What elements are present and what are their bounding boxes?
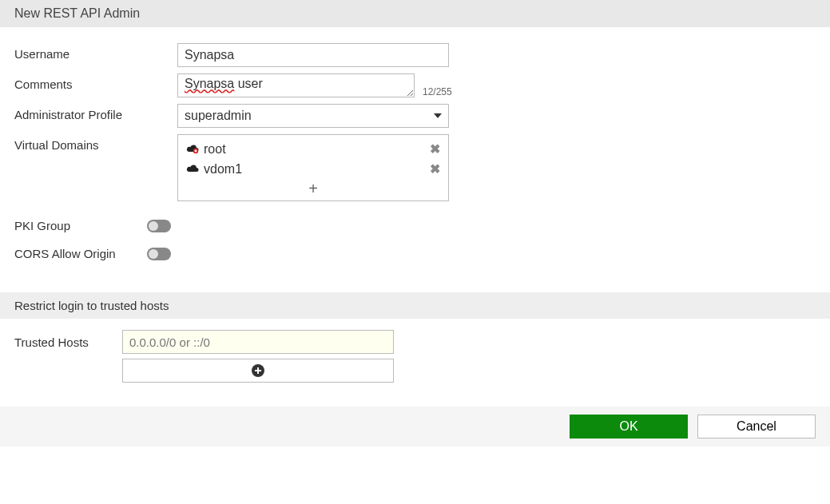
vdom-item-label: root: [204, 142, 430, 157]
admin-profile-label: Administrator Profile: [14, 104, 177, 121]
comments-label: Comments: [14, 73, 177, 91]
vdom-row: Virtual Domains root ✖ vdom1 ✖ +: [14, 134, 816, 201]
footer: OK Cancel: [0, 407, 830, 446]
comments-row: Comments Synapsa user 12/255: [14, 73, 816, 97]
vdom-item-label: vdom1: [204, 162, 430, 177]
vdom-item: root ✖: [178, 139, 448, 159]
admin-profile-select[interactable]: superadmin: [177, 104, 449, 128]
comments-char-count: 12/255: [423, 86, 452, 97]
vdom-list: root ✖ vdom1 ✖ +: [177, 134, 449, 201]
trusted-section: Trusted Hosts: [0, 319, 830, 407]
vdom-remove-button[interactable]: ✖: [430, 161, 440, 177]
vdom-label: Virtual Domains: [14, 134, 177, 152]
cancel-button[interactable]: Cancel: [697, 415, 816, 439]
username-input[interactable]: [177, 43, 449, 67]
plus-circle-icon: [252, 364, 264, 377]
vdom-remove-button[interactable]: ✖: [430, 141, 440, 157]
vdom-item: vdom1 ✖: [178, 159, 448, 179]
admin-profile-row: Administrator Profile superadmin: [14, 104, 816, 128]
cloud-icon: [186, 162, 204, 177]
trusted-row: Trusted Hosts: [14, 330, 816, 354]
username-row: Username: [14, 43, 816, 67]
pki-label: PKI Group: [14, 219, 147, 232]
restrict-section-header: Restrict login to trusted hosts: [0, 292, 830, 319]
main-form: Username Comments Synapsa user 12/255 Ad…: [0, 27, 830, 292]
cors-label: CORS Allow Origin: [14, 247, 147, 260]
cors-toggle[interactable]: [147, 248, 171, 260]
trusted-label: Trusted Hosts: [14, 335, 122, 349]
pki-toggle[interactable]: [147, 220, 171, 232]
pki-row: PKI Group: [14, 219, 816, 232]
cloud-shared-icon: [186, 142, 204, 157]
chevron-down-icon: [434, 113, 442, 118]
restrict-section-title: Restrict login to trusted hosts: [14, 299, 169, 312]
trusted-hosts-input[interactable]: [122, 330, 394, 354]
vdom-add-button[interactable]: +: [178, 179, 448, 200]
trusted-add-button[interactable]: [122, 359, 394, 383]
username-label: Username: [14, 43, 177, 61]
cors-row: CORS Allow Origin: [14, 247, 816, 260]
ok-button[interactable]: OK: [570, 415, 688, 439]
page-header: New REST API Admin: [0, 0, 830, 27]
svg-point-1: [195, 150, 197, 153]
page-title: New REST API Admin: [14, 6, 140, 20]
comments-input[interactable]: Synapsa user: [177, 73, 415, 97]
admin-profile-value: superadmin: [185, 109, 252, 123]
